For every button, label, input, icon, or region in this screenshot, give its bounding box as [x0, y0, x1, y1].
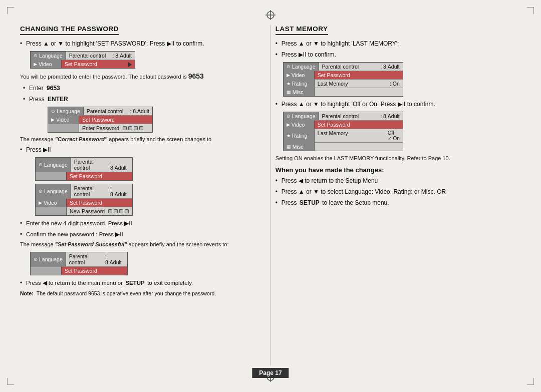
left-bullet-1: Press ▲ or ▼ to highlight 'SET PASSWORD'…: [20, 39, 255, 48]
right-section-title: Last Memory: [276, 25, 328, 35]
desc-text-2: The message "Correct Password" appears b…: [20, 136, 255, 143]
right-menu-left-video-2: ▶ Video: [284, 121, 315, 129]
menu-left-language-1: ⊙ Language: [31, 52, 66, 60]
corner-mark-bl: [7, 378, 14, 385]
menu-row-set-password-1: ▶ Video Set Password: [31, 60, 135, 68]
menu-left-video-1: ▶ Video: [31, 60, 62, 68]
right-menu-box-2: ⊙ Language Parental control : 8.Adult ▶ …: [283, 112, 403, 151]
right-menu-row-language-2: ⊙ Language Parental control : 8.Adult: [284, 112, 403, 121]
right-rating-icon-2: ★: [287, 133, 291, 138]
desc-text-1: You will be prompted to enter the passwo…: [20, 72, 255, 82]
right-rating-icon-1: ★: [287, 81, 291, 86]
menu-row-enter-password: Enter Password: [48, 124, 152, 132]
video-icon-3b: ▶: [39, 200, 42, 205]
right-menu-left-language-1: ⊙ Language: [284, 63, 319, 71]
right-bullet-1: Press ▲ or ▼ to highlight 'LAST MEMORY':: [276, 39, 526, 48]
new-pass-dot-2: [114, 209, 118, 213]
right-bullet-3: Press ▲ or ▼ to highlight 'Off or On: Pr…: [276, 100, 526, 109]
right-video-icon-2: ▶: [287, 122, 290, 127]
menu-row-language-2: ⊙ Language Parental control : 8.Adult: [48, 107, 152, 116]
right-menu-row-set-password-1: ▶ Video Set Password: [284, 71, 403, 80]
menu-left-empty-2: [48, 124, 79, 132]
menu-right-set-password-2: Set Password: [79, 116, 152, 124]
right-menu-row-rating-1: ★ Rating Last Memory : On: [284, 80, 403, 88]
right-misc-icon-2: ▦: [287, 144, 291, 149]
menu-row-set-password-3a: Set Password: [36, 172, 132, 180]
language-icon-3a: ⊙: [39, 162, 43, 167]
right-language-icon-2: ⊙: [287, 114, 291, 119]
language-icon-1: ⊙: [34, 53, 38, 58]
menu-box-1: ⊙ Language Parental control : 8.Adult ▶ …: [30, 51, 135, 69]
right-menu-left-misc-2: ▦ Misc: [284, 143, 315, 151]
menu-right-language-1: Parental control : 8.Adult: [66, 52, 135, 60]
right-menu-row-rating-2: ★ Rating Last Memory Off ✓ On: [284, 129, 403, 143]
menu-right-new-password: New Password: [67, 207, 132, 215]
pass-dot-4: [139, 126, 143, 130]
menu-right-4: Parental control : 8.Adult: [66, 252, 127, 266]
video-icon-1: ▶: [34, 62, 37, 67]
new-password-dots: [108, 209, 129, 213]
pass-dot-2: [128, 126, 132, 130]
menu-left-language-3a: ⊙ Language: [36, 158, 71, 172]
corner-mark-tl: [7, 7, 14, 14]
menu-row-new-password: New Password: [36, 207, 132, 215]
left-bullet-5: Press ◀ to return to the main menu or SE…: [20, 278, 255, 287]
new-pass-dot-3: [119, 209, 123, 213]
arrow-right-1: [128, 62, 132, 67]
when-bullet-1: Press ◀ to return to the Setup Menu: [276, 176, 526, 185]
menu-row-language-3b: ⊙ Language Parental control : 8.Adult: [36, 184, 132, 199]
menu-row-set-password-2: ▶ Video Set Password: [48, 116, 152, 124]
left-bullet-4b: Confirm the new password : Press ▶II: [20, 230, 255, 239]
password-dots: [123, 126, 143, 130]
page-content: Changing the Password Press ▲ or ▼ to hi…: [15, 25, 526, 367]
new-pass-dot-1: [108, 209, 112, 213]
note-text: Note: The default password 9653 is opera…: [20, 290, 255, 296]
right-menu-right-language-1: Parental control : 8.Adult: [319, 63, 403, 71]
menu-right-language-2: Parental control : 8.Adult: [84, 107, 152, 115]
left-bullet-1-text: Press ▲ or ▼ to highlight 'SET PASSWORD'…: [26, 40, 204, 47]
new-pass-dot-4: [125, 209, 129, 213]
pass-dot-3: [134, 126, 138, 130]
right-menu-row-language-1: ⊙ Language Parental control : 8.Adult: [284, 63, 403, 71]
left-bullet-3: Press ▶II: [20, 145, 255, 154]
language-icon-3b: ⊙: [39, 189, 43, 194]
right-menu-left-language-2: ⊙ Language: [284, 112, 319, 120]
menu-left-video-2: ▶ Video: [48, 116, 79, 124]
right-column: Last Memory Press ▲ or ▼ to highlight 'L…: [265, 25, 526, 367]
menu-left-4-empty: [31, 267, 62, 275]
right-bullet-2: Press ▶II to confirm.: [276, 50, 526, 59]
when-bullet-3: Press SETUP to leave the Setup menu.: [276, 198, 526, 207]
menu-box-4: ⊙ Language Parental control : 8.Adult Se…: [30, 252, 128, 275]
left-column: Changing the Password Press ▲ or ▼ to hi…: [15, 25, 265, 367]
desc-text-3: The message "Set Password Successful" ap…: [20, 241, 255, 248]
on-checkmark: ✓: [388, 136, 392, 141]
left-bullet-2b: Press ENTER: [23, 95, 255, 104]
menu-right-set-password-3a: Set Password: [67, 172, 132, 180]
corner-mark-br: [527, 378, 534, 385]
when-changes-heading: When you have made the changes:: [276, 166, 526, 174]
menu-left-3b-empty: [36, 207, 67, 215]
menu-left-language-3b: ⊙ Language: [36, 184, 71, 198]
right-menu-row-set-password-2: ▶ Video Set Password: [284, 121, 403, 129]
menu-row-set-password-3b: ▶ Video Set Password: [36, 199, 132, 207]
left-section-title: Changing the Password: [20, 25, 119, 35]
menu-box-2: ⊙ Language Parental control : 8.Adult ▶ …: [48, 107, 153, 133]
crosshair-top-icon: [264, 9, 277, 21]
right-menu-right-misc-2: [315, 143, 403, 151]
right-menu-right-misc-1: [315, 88, 403, 96]
right-video-icon-1: ▶: [287, 73, 290, 78]
right-menu-left-rating-2: ★ Rating: [284, 129, 315, 142]
menu-box-3b: ⊙ Language Parental control : 8.Adult ▶ …: [35, 184, 133, 216]
setting-on-desc: Setting ON enables the LAST MEMORY funct…: [276, 155, 526, 162]
menu-row-language-4: ⊙ Language Parental control : 8.Adult: [31, 252, 127, 267]
video-icon-2: ▶: [51, 117, 55, 122]
menu-right-3b: Parental control : 8.Adult: [71, 184, 132, 198]
right-menu-right-set-password-2: Set Password: [315, 121, 403, 129]
right-menu-right-last-memory-2: Last Memory Off ✓ On: [315, 129, 403, 142]
menu-right-set-password-4: Set Password: [62, 267, 127, 275]
language-icon-2: ⊙: [51, 109, 55, 114]
right-menu-box-1: ⊙ Language Parental control : 8.Adult ▶ …: [283, 62, 403, 97]
pass-dot-1: [123, 126, 127, 130]
right-menu-row-misc-1: ▦ Misc: [284, 88, 403, 96]
menu-row-set-password-4: Set Password: [31, 267, 127, 275]
